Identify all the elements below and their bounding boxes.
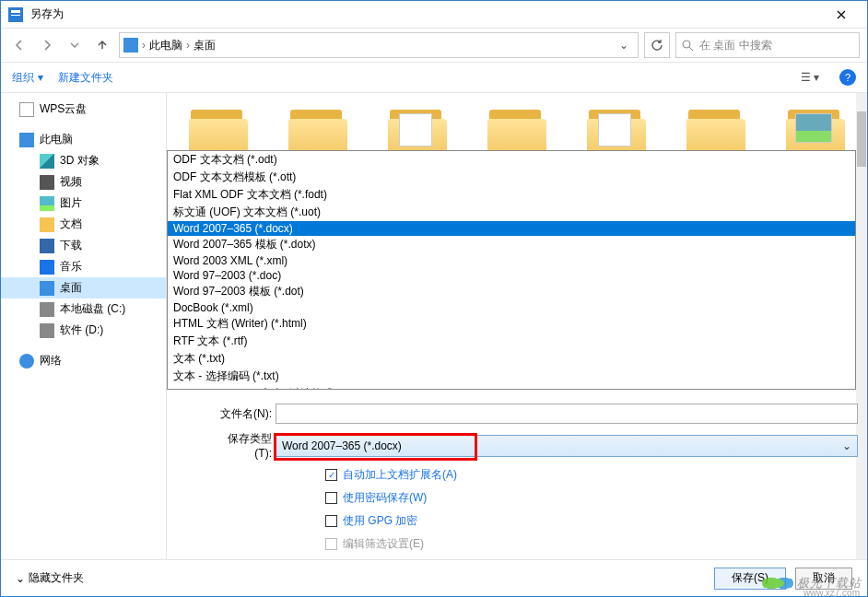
sidebar-item-softdisk[interactable]: 软件 (D:) — [1, 320, 166, 341]
breadcrumb-folder[interactable]: 桌面 — [194, 38, 216, 53]
checkbox-icon — [325, 492, 337, 504]
file-type-option[interactable]: Word 97–2003 模板 (*.dot) — [168, 283, 855, 300]
file-type-option[interactable]: 标文通 (UOF) 文本文档 (*.uot) — [168, 204, 855, 221]
filename-row: 文件名(N): — [211, 404, 858, 424]
sidebar-item-wps[interactable]: WPS云盘 — [1, 99, 166, 120]
breadcrumb-root[interactable]: 此电脑 — [149, 38, 182, 53]
check-auto-ext[interactable]: ✓自动加上文档扩展名(A) — [325, 467, 858, 483]
download-icon — [40, 239, 54, 253]
help-icon[interactable]: ? — [839, 69, 856, 86]
filetype-value: Word 2007–365 (*.docx) — [282, 439, 402, 452]
chevron-down-icon: ⌄ — [842, 439, 851, 452]
file-type-dropdown[interactable]: ODF 文本文档 (*.odt)ODF 文本文档模板 (*.ott)Flat X… — [167, 150, 856, 390]
check-password[interactable]: 使用密码保存(W) — [325, 490, 858, 506]
titlebar: 另存为 — [1, 1, 867, 29]
picture-icon — [40, 196, 54, 211]
film-icon — [40, 175, 54, 190]
file-type-option[interactable]: ODF 文本文档 (*.odt) — [168, 151, 855, 169]
sidebar-item-localdisk[interactable]: 本地磁盘 (C:) — [1, 298, 166, 320]
checkbox-icon: ✓ — [325, 469, 337, 481]
check-gpg[interactable]: 使用 GPG 加密 — [325, 513, 858, 529]
close-button[interactable] — [823, 2, 860, 28]
file-type-option[interactable]: Word 2003 XML (*.xml) — [168, 253, 855, 268]
file-type-option[interactable]: Flat XML ODF 文本文档 (*.fodt) — [168, 186, 855, 204]
app-icon — [8, 7, 23, 22]
sidebar: WPS云盘 此电脑 3D 对象 视频 图片 文档 下载 音乐 桌面 本地磁盘 (… — [1, 93, 167, 559]
window-title: 另存为 — [30, 6, 823, 22]
music-icon — [40, 260, 54, 275]
file-type-option[interactable]: 文本 - 选择编码 (*.txt) — [168, 368, 855, 385]
nav-up-icon[interactable] — [91, 34, 113, 56]
filename-input[interactable] — [276, 404, 858, 424]
sidebar-item-pictures[interactable]: 图片 — [1, 193, 166, 214]
check-filter: 编辑筛选设置(E) — [325, 536, 858, 552]
checkbox-icon — [325, 515, 337, 527]
watermark-logo-icon — [762, 574, 793, 592]
disk-icon — [40, 323, 54, 338]
file-type-option[interactable]: Office Open XML 文本 (过渡格式) (*.docx) — [168, 385, 855, 390]
nav-recent-icon[interactable] — [64, 34, 86, 56]
chevron-right-icon: › — [186, 39, 190, 52]
chevron-right-icon: › — [142, 39, 146, 52]
sidebar-item-network[interactable]: 网络 — [1, 350, 166, 371]
chevron-down-icon: ⌄ — [16, 572, 25, 585]
search-icon — [682, 40, 694, 52]
file-type-option[interactable]: ODF 文本文档模板 (*.ott) — [168, 169, 855, 186]
filetype-label: 保存类型(T): — [211, 431, 276, 460]
footer: ⌄ 隐藏文件夹 保存(S) 取消 极光下载站 www.xz7.com — [1, 559, 867, 596]
sidebar-item-pc[interactable]: 此电脑 — [1, 129, 166, 150]
filetype-row: 保存类型(T): Word 2007–365 (*.docx) ⌄ — [211, 431, 858, 460]
document-icon — [19, 102, 34, 117]
view-mode-button[interactable]: ☰ ▾ — [795, 71, 825, 84]
disk-icon — [40, 302, 54, 317]
refresh-button[interactable] — [644, 32, 670, 58]
sidebar-item-downloads[interactable]: 下载 — [1, 235, 166, 256]
sidebar-item-documents[interactable]: 文档 — [1, 214, 166, 235]
new-folder-button[interactable]: 新建文件夹 — [58, 70, 113, 86]
svg-point-0 — [683, 41, 690, 48]
nav-back-icon[interactable] — [8, 34, 30, 56]
sidebar-item-3d[interactable]: 3D 对象 — [1, 150, 166, 171]
file-type-option[interactable]: HTML 文档 (Writer) (*.html) — [168, 315, 855, 333]
checkbox-icon — [325, 538, 337, 550]
nav-bar: › 此电脑 › 桌面 ⌄ 在 桌面 中搜索 — [1, 29, 867, 62]
file-type-option[interactable]: RTF 文本 (*.rtf) — [168, 333, 855, 350]
hide-folders-toggle[interactable]: ⌄ 隐藏文件夹 — [16, 570, 84, 586]
content-area: ODF 文本文档 (*.odt)ODF 文本文档模板 (*.ott)Flat X… — [167, 93, 867, 559]
desktop-icon — [40, 281, 54, 296]
pc-icon — [19, 133, 34, 147]
organize-menu[interactable]: 组织 ▾ — [12, 70, 43, 86]
file-type-option[interactable]: Word 2007–365 模板 (*.dotx) — [168, 236, 855, 253]
sidebar-item-video[interactable]: 视频 — [1, 171, 166, 193]
search-placeholder: 在 桌面 中搜索 — [699, 38, 772, 53]
network-icon — [19, 354, 34, 369]
file-type-option[interactable]: DocBook (*.xml) — [168, 300, 855, 315]
folder-icon — [40, 217, 54, 232]
chevron-down-icon: ▾ — [38, 71, 43, 84]
file-type-option[interactable]: Word 97–2003 (*.doc) — [168, 268, 855, 283]
sidebar-item-desktop[interactable]: 桌面 — [1, 277, 166, 298]
file-type-option[interactable]: Word 2007–365 (*.docx) — [168, 221, 855, 236]
nav-forward-icon[interactable] — [36, 34, 58, 56]
filename-label: 文件名(N): — [211, 406, 276, 422]
file-type-option[interactable]: 文本 (*.txt) — [168, 350, 855, 368]
address-bar[interactable]: › 此电脑 › 桌面 ⌄ — [119, 32, 639, 58]
sidebar-item-music[interactable]: 音乐 — [1, 256, 166, 277]
cube-icon — [40, 154, 54, 169]
search-input[interactable]: 在 桌面 中搜索 — [675, 32, 860, 58]
toolbar: 组织 ▾ 新建文件夹 ☰ ▾ ? — [1, 62, 867, 93]
pc-icon — [123, 38, 138, 53]
watermark-url: www.xz7.com — [803, 588, 860, 597]
filetype-combo[interactable]: Word 2007–365 (*.docx) ⌄ — [276, 435, 858, 457]
chevron-down-icon[interactable]: ⌄ — [614, 39, 634, 52]
